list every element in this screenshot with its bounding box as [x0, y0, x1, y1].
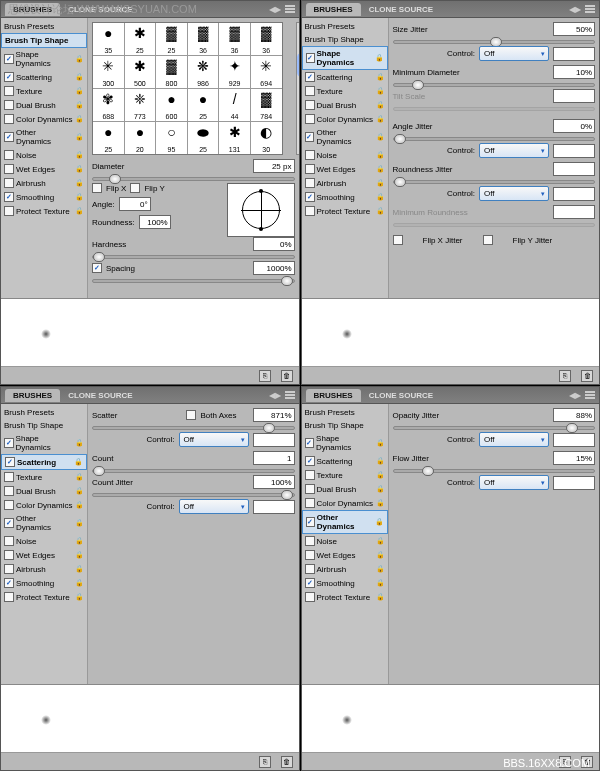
sidebar-brush-presets[interactable]: Brush Presets — [1, 20, 87, 33]
scrollbar-thumb[interactable] — [297, 53, 299, 77]
sidebar-smoothing[interactable]: ✓Smoothing🔒 — [302, 576, 388, 590]
count-jitter-slider[interactable] — [92, 493, 295, 497]
brush-cell[interactable]: ●35 — [93, 23, 124, 55]
min-diameter-value[interactable]: 10% — [553, 65, 595, 79]
sidebar-scattering[interactable]: ✓Scattering🔒 — [302, 454, 388, 468]
brush-cell[interactable]: ✱500 — [125, 56, 156, 88]
sidebar-brush-tip-shape[interactable]: Brush Tip Shape — [1, 419, 87, 432]
flipx-jitter-checkbox[interactable] — [393, 235, 403, 245]
angle-jitter-slider[interactable] — [393, 137, 596, 141]
sidebar-dual-brush[interactable]: Dual Brush🔒 — [1, 484, 87, 498]
flow-control-dropdown[interactable]: Off — [479, 475, 549, 490]
delete-preset-icon[interactable]: 🗑 — [281, 756, 293, 768]
sidebar-other-dynamics[interactable]: ✓Other Dynamics🔒 — [1, 126, 87, 148]
sidebar-shape-dynamics[interactable]: ✓Shape Dynamics🔒 — [302, 46, 388, 70]
opacity-jitter-value[interactable]: 88% — [553, 408, 595, 422]
hardness-value[interactable]: 0% — [253, 237, 295, 251]
sidebar-wet-edges[interactable]: Wet Edges🔒 — [302, 548, 388, 562]
size-jitter-slider[interactable] — [393, 40, 596, 44]
size-jitter-value[interactable]: 50% — [553, 22, 595, 36]
new-preset-icon[interactable]: ⎘ — [259, 756, 271, 768]
sidebar-brush-tip-shape[interactable]: Brush Tip Shape — [302, 419, 388, 432]
angle-control-dropdown[interactable]: Off — [479, 143, 549, 158]
brush-angle-preview[interactable] — [227, 183, 295, 237]
angle-value[interactable]: 0° — [119, 197, 151, 211]
new-preset-icon[interactable]: ⎘ — [559, 370, 571, 382]
sidebar-airbrush[interactable]: Airbrush🔒 — [302, 562, 388, 576]
brush-cell[interactable]: ○95 — [156, 122, 187, 154]
sidebar-protect-texture[interactable]: Protect Texture🔒 — [302, 204, 388, 218]
sidebar-shape-dynamics[interactable]: ✓Shape Dynamics🔒 — [302, 432, 388, 454]
roundness-value[interactable]: 100% — [139, 215, 171, 229]
sidebar-wet-edges[interactable]: Wet Edges🔒 — [1, 548, 87, 562]
hardness-slider[interactable] — [92, 255, 295, 259]
collapse-icon[interactable]: ◀▶ — [569, 391, 581, 400]
diameter-value[interactable]: 25 px — [253, 159, 295, 173]
new-preset-icon[interactable]: ⎘ — [259, 370, 271, 382]
brush-cell[interactable]: ▓36 — [188, 23, 219, 55]
brush-cell[interactable]: ✳300 — [93, 56, 124, 88]
sidebar-noise[interactable]: Noise🔒 — [302, 534, 388, 548]
flipy-checkbox[interactable] — [130, 183, 140, 193]
flow-jitter-slider[interactable] — [393, 469, 596, 473]
brush-cell[interactable]: /44 — [219, 89, 250, 121]
brush-cell[interactable]: ❈773 — [125, 89, 156, 121]
brush-cell[interactable]: ❋986 — [188, 56, 219, 88]
sidebar-color-dynamics[interactable]: Color Dynamics🔒 — [1, 498, 87, 512]
panel-menu-icon[interactable] — [285, 5, 295, 13]
brush-cell[interactable]: ▓36 — [219, 23, 250, 55]
brush-cell[interactable]: ●600 — [156, 89, 187, 121]
sidebar-dual-brush[interactable]: Dual Brush🔒 — [302, 482, 388, 496]
sidebar-smoothing[interactable]: ✓Smoothing🔒 — [302, 190, 388, 204]
count-slider[interactable] — [92, 469, 295, 473]
sidebar-texture[interactable]: Texture🔒 — [1, 470, 87, 484]
sidebar-texture[interactable]: Texture🔒 — [302, 468, 388, 482]
sidebar-shape-dynamics[interactable]: ✓Shape Dynamics🔒 — [1, 432, 87, 454]
brush-cell[interactable]: ✱25 — [125, 23, 156, 55]
brush-cell[interactable]: ▓36 — [251, 23, 282, 55]
sidebar-airbrush[interactable]: Airbrush🔒 — [1, 176, 87, 190]
collapse-icon[interactable]: ◀▶ — [569, 5, 581, 14]
collapse-icon[interactable]: ◀▶ — [269, 391, 281, 400]
sidebar-brush-tip-shape[interactable]: Brush Tip Shape — [302, 33, 388, 46]
tab-clone-source[interactable]: CLONE SOURCE — [361, 389, 441, 402]
tab-brushes[interactable]: BRUSHES — [306, 3, 361, 16]
sidebar-color-dynamics[interactable]: Color Dynamics🔒 — [1, 112, 87, 126]
spacing-slider[interactable] — [92, 279, 295, 283]
sidebar-wet-edges[interactable]: Wet Edges🔒 — [1, 162, 87, 176]
both-axes-checkbox[interactable] — [186, 410, 196, 420]
brush-cell[interactable]: ●25 — [188, 89, 219, 121]
delete-preset-icon[interactable]: 🗑 — [281, 370, 293, 382]
scatter-control-dropdown[interactable]: Off — [179, 432, 249, 447]
brushgrid-scrollbar[interactable] — [296, 22, 299, 155]
sidebar-wet-edges[interactable]: Wet Edges🔒 — [302, 162, 388, 176]
tab-brushes[interactable]: BRUSHES — [5, 389, 60, 402]
brush-cell[interactable]: ◐30 — [251, 122, 282, 154]
brush-cell[interactable]: ✾688 — [93, 89, 124, 121]
spacing-checkbox[interactable]: ✓ — [92, 263, 102, 273]
collapse-icon[interactable]: ◀▶ — [269, 5, 281, 14]
sidebar-scattering[interactable]: ✓Scattering🔒 — [1, 454, 87, 470]
count-jitter-value[interactable]: 100% — [253, 475, 295, 489]
count-jitter-control-dropdown[interactable]: Off — [179, 499, 249, 514]
sidebar-shape-dynamics[interactable]: ✓Shape Dynamics🔒 — [1, 48, 87, 70]
sidebar-scattering[interactable]: ✓Scattering🔒 — [302, 70, 388, 84]
sidebar-other-dynamics[interactable]: ✓Other Dynamics🔒 — [302, 510, 388, 534]
count-value[interactable]: 1 — [253, 451, 295, 465]
spacing-value[interactable]: 1000% — [253, 261, 295, 275]
sidebar-airbrush[interactable]: Airbrush🔒 — [1, 562, 87, 576]
brush-cell[interactable]: ✱131 — [219, 122, 250, 154]
roundness-control-dropdown[interactable]: Off — [479, 186, 549, 201]
sidebar-protect-texture[interactable]: Protect Texture🔒 — [1, 590, 87, 604]
brush-cell[interactable]: ✦929 — [219, 56, 250, 88]
sidebar-dual-brush[interactable]: Dual Brush🔒 — [302, 98, 388, 112]
sidebar-color-dynamics[interactable]: Color Dynamics🔒 — [302, 496, 388, 510]
min-diameter-slider[interactable] — [393, 83, 596, 87]
sidebar-smoothing[interactable]: ✓Smoothing🔒 — [1, 190, 87, 204]
sidebar-brush-presets[interactable]: Brush Presets — [302, 406, 388, 419]
brush-cell[interactable]: ▓800 — [156, 56, 187, 88]
delete-preset-icon[interactable]: 🗑 — [581, 370, 593, 382]
sidebar-brush-presets[interactable]: Brush Presets — [302, 20, 388, 33]
sidebar-noise[interactable]: Noise🔒 — [1, 148, 87, 162]
flipx-checkbox[interactable] — [92, 183, 102, 193]
